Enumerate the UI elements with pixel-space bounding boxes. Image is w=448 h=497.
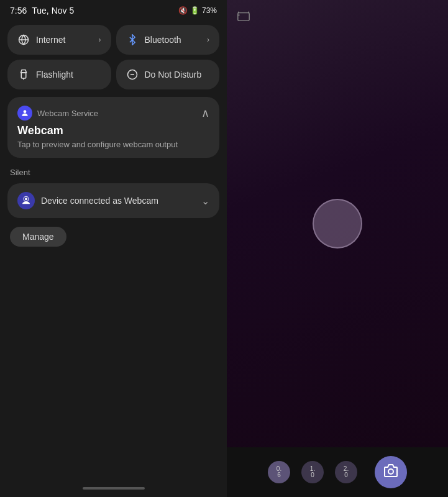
status-bar: 7:56 Tue, Nov 5 🔇 🔋 73% bbox=[0, 0, 227, 20]
zoom-10-label: 1.0 bbox=[310, 466, 315, 478]
webcam-title-row: Webcam Service bbox=[17, 106, 98, 121]
zoom-06-button[interactable]: 0.6 bbox=[268, 461, 290, 483]
shutter-icon bbox=[383, 463, 398, 481]
mute-icon: 🔇 bbox=[178, 6, 188, 15]
flashlight-tile-label: Flashlight bbox=[36, 70, 101, 80]
bluetooth-icon bbox=[126, 34, 139, 46]
status-time: 7:56 bbox=[10, 6, 27, 16]
camera-lens-icon bbox=[237, 10, 250, 27]
internet-chevron: › bbox=[99, 35, 101, 44]
webcam-card-header: Webcam Service ∧ bbox=[17, 106, 209, 121]
home-indicator bbox=[83, 487, 145, 490]
zoom-06-label: 0.6 bbox=[277, 466, 281, 478]
zoom-20-button[interactable]: 2.0 bbox=[335, 461, 357, 483]
battery-icon: 🔋 bbox=[190, 6, 199, 15]
internet-tile[interactable]: Internet › bbox=[7, 25, 111, 55]
device-icon bbox=[17, 192, 35, 209]
do-not-disturb-icon bbox=[126, 68, 139, 81]
svg-point-13 bbox=[388, 469, 393, 474]
webcam-service-icon bbox=[17, 106, 32, 121]
zoom-10-button[interactable]: 1.0 bbox=[301, 461, 324, 483]
bluetooth-chevron: › bbox=[207, 35, 209, 44]
manage-button[interactable]: Manage bbox=[10, 227, 66, 247]
flashlight-icon bbox=[17, 68, 30, 81]
camera-preview bbox=[227, 0, 448, 447]
webcam-name: Webcam bbox=[17, 124, 209, 137]
webcam-service-label: Webcam Service bbox=[37, 109, 98, 118]
left-panel: 7:56 Tue, Nov 5 🔇 🔋 73% Internet › Bluet… bbox=[0, 0, 227, 497]
webcam-collapse-button[interactable]: ∧ bbox=[201, 106, 209, 120]
zoom-20-label: 2.0 bbox=[344, 466, 349, 478]
do-not-disturb-tile[interactable]: Do Not Disturb bbox=[116, 60, 220, 89]
bluetooth-tile-label: Bluetooth bbox=[145, 35, 201, 45]
do-not-disturb-tile-label: Do Not Disturb bbox=[145, 70, 210, 80]
flashlight-tile[interactable]: Flashlight bbox=[7, 60, 111, 89]
webcam-card[interactable]: Webcam Service ∧ Webcam Tap to preview a… bbox=[7, 97, 219, 158]
status-date: Tue, Nov 5 bbox=[32, 6, 74, 16]
internet-icon bbox=[17, 34, 30, 46]
camera-controls: 0.6 1.0 2.0 bbox=[227, 447, 448, 497]
status-icons: 🔇 🔋 73% bbox=[178, 6, 217, 15]
silent-label: Silent bbox=[0, 160, 227, 181]
shutter-button[interactable] bbox=[375, 456, 407, 488]
device-label: Device connected as Webcam bbox=[41, 196, 195, 206]
device-connected-row[interactable]: Device connected as Webcam ⌄ bbox=[7, 183, 219, 218]
right-panel: 0.6 1.0 2.0 bbox=[227, 0, 448, 497]
quick-tiles: Internet › Bluetooth › Flashlight Do Not… bbox=[0, 20, 227, 94]
webcam-description: Tap to preview and configure webcam outp… bbox=[17, 140, 209, 149]
svg-point-7 bbox=[25, 198, 27, 200]
bluetooth-tile[interactable]: Bluetooth › bbox=[116, 25, 220, 55]
svg-point-6 bbox=[24, 110, 27, 113]
internet-tile-label: Internet bbox=[36, 35, 93, 45]
svg-rect-9 bbox=[238, 13, 249, 21]
svg-rect-2 bbox=[21, 73, 26, 78]
battery-percent: 73% bbox=[202, 6, 217, 15]
device-chevron: ⌄ bbox=[201, 195, 209, 207]
camera-viewfinder-circle bbox=[313, 199, 362, 248]
